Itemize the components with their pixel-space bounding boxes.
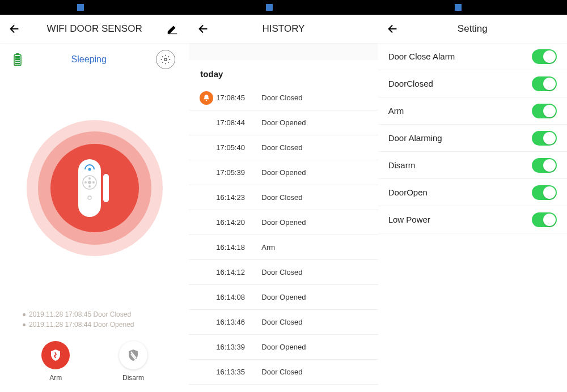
- page-title: WIFI DOOR SENSOR: [47, 23, 142, 35]
- back-button[interactable]: [7, 21, 23, 37]
- history-list[interactable]: today 17:08:45Door Closed17:08:44Door Op…: [189, 60, 378, 392]
- history-row[interactable]: 16:14:08Door Opened: [189, 285, 378, 310]
- bell-icon: [200, 91, 213, 105]
- history-row[interactable]: 17:08:45Door Closed: [189, 86, 378, 110]
- history-row[interactable]: 17:05:40Door Closed: [189, 135, 378, 160]
- history-time: 16:13:46: [216, 318, 261, 326]
- toggle-switch[interactable]: [532, 185, 557, 200]
- gear-icon: [160, 54, 171, 65]
- toggle-switch[interactable]: [532, 104, 557, 118]
- history-event: Door Closed: [261, 143, 370, 152]
- history-row[interactable]: 17:08:44Door Opened: [189, 110, 378, 135]
- battery-icon: [14, 53, 22, 66]
- setting-label: Door Alarming: [388, 133, 532, 143]
- history-event: Arm: [261, 243, 370, 252]
- header: HISTORY: [189, 15, 378, 43]
- setting-row: Disarm: [378, 152, 567, 179]
- history-event: Door Opened: [261, 293, 370, 301]
- svg-point-6: [164, 58, 167, 61]
- history-event: Door Opened: [261, 343, 370, 351]
- back-button[interactable]: [196, 21, 211, 37]
- setting-row: Door Alarming: [378, 125, 567, 152]
- device-status: Sleeping: [22, 54, 156, 65]
- log-line: 2019.11.28 17:08:44 Door Opened: [23, 319, 166, 330]
- status-bar: [378, 0, 567, 15]
- svg-rect-5: [15, 63, 20, 65]
- history-time: 16:14:23: [216, 193, 261, 202]
- page-title: HISTORY: [263, 23, 305, 35]
- history-row[interactable]: 16:13:46Door Closed: [189, 310, 378, 335]
- history-row[interactable]: 16:13:35Door Closed: [189, 360, 378, 385]
- svg-point-9: [88, 168, 91, 171]
- history-row[interactable]: 17:05:39Door Opened: [189, 160, 378, 185]
- history-time: 17:05:39: [216, 168, 261, 177]
- settings-screen: Setting Door Close AlarmDoorClosedArmDoo…: [378, 0, 567, 392]
- alarm-ring: [0, 70, 189, 306]
- header: Setting: [378, 15, 567, 43]
- svg-point-12: [84, 181, 87, 184]
- history-event: Door Closed: [261, 93, 370, 102]
- toggle-switch[interactable]: [532, 131, 557, 146]
- history-row[interactable]: 16:13:39Door Opened: [189, 335, 378, 360]
- setting-label: Arm: [388, 106, 532, 116]
- history-time: 17:08:44: [216, 118, 261, 127]
- status-icon: [266, 4, 273, 11]
- setting-label: Door Close Alarm: [388, 52, 532, 61]
- history-row[interactable]: 16:14:12Door Closed: [189, 260, 378, 285]
- history-row[interactable]: 16:14:18Arm: [189, 235, 378, 260]
- toggle-switch[interactable]: [532, 49, 557, 64]
- page-title: Setting: [458, 23, 488, 35]
- action-row: Arm Disarm: [0, 335, 189, 392]
- section-label: today: [189, 65, 378, 86]
- history-time: 16:14:18: [216, 243, 261, 252]
- history-row[interactable]: 16:14:23Door Closed: [189, 185, 378, 210]
- svg-rect-8: [103, 174, 109, 202]
- history-event: Door Closed: [261, 193, 370, 202]
- svg-point-13: [92, 181, 95, 184]
- settings-button[interactable]: [156, 50, 175, 69]
- row-icon-slot: [197, 91, 216, 105]
- svg-rect-3: [15, 58, 20, 60]
- history-time: 16:14:20: [216, 218, 261, 227]
- history-time: 16:14:08: [216, 293, 261, 301]
- settings-list: Door Close AlarmDoorClosedArmDoor Alarmi…: [378, 43, 567, 392]
- setting-label: DoorClosed: [388, 79, 532, 88]
- history-event: Door Closed: [261, 268, 370, 276]
- toggle-switch[interactable]: [532, 212, 557, 227]
- history-row[interactable]: 16:14:20Door Opened: [189, 210, 378, 235]
- setting-row: Door Close Alarm: [378, 43, 567, 70]
- history-time: 16:13:39: [216, 343, 261, 351]
- svg-point-14: [88, 185, 91, 188]
- history-time: 16:13:35: [216, 368, 261, 376]
- setting-label: DoorOpen: [388, 188, 532, 197]
- history-event: Door Closed: [261, 318, 370, 326]
- status-bar: [189, 0, 378, 15]
- history-screen: HISTORY today 17:08:45Door Closed17:08:4…: [189, 0, 378, 392]
- edit-button[interactable]: [163, 21, 179, 37]
- setting-label: Disarm: [388, 160, 532, 170]
- svg-point-11: [88, 177, 91, 180]
- device-icon: [75, 157, 115, 219]
- shield-off-icon: [126, 348, 140, 362]
- status-icon: [77, 4, 84, 11]
- history-event: Door Opened: [261, 118, 370, 127]
- arm-label: Arm: [49, 374, 62, 382]
- history-event: Door Opened: [261, 168, 370, 177]
- toggle-switch[interactable]: [532, 158, 557, 173]
- svg-rect-2: [15, 56, 20, 58]
- back-button[interactable]: [385, 21, 401, 37]
- disarm-label: Disarm: [122, 374, 144, 382]
- setting-row: Arm: [378, 97, 567, 125]
- header: WIFI DOOR SENSOR: [0, 15, 189, 43]
- log-line: 2019.11.28 17:08:45 Door Closed: [23, 309, 166, 319]
- status-bar: [0, 0, 189, 15]
- main-screen: WIFI DOOR SENSOR Sleeping 2019.11.28 17:…: [0, 0, 189, 392]
- history-event: Door Opened: [261, 218, 370, 227]
- shield-icon: [49, 348, 62, 362]
- arm-button[interactable]: Arm: [41, 341, 70, 382]
- status-icon: [455, 4, 462, 11]
- setting-row: DoorClosed: [378, 70, 567, 97]
- toggle-switch[interactable]: [532, 76, 557, 91]
- svg-point-15: [88, 181, 91, 184]
- disarm-button[interactable]: Disarm: [119, 341, 147, 382]
